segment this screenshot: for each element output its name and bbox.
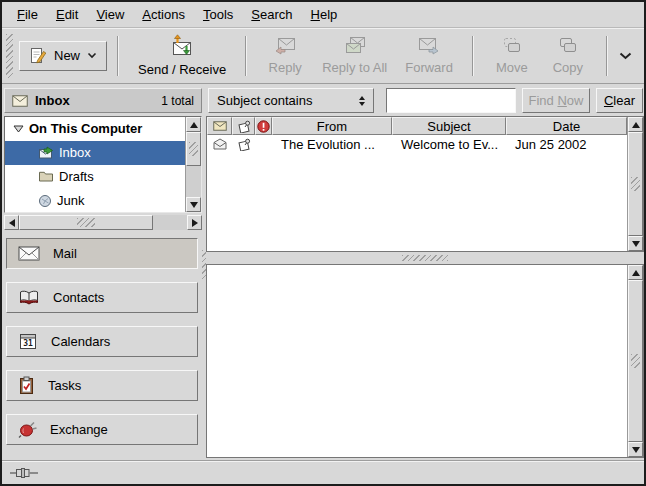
scroll-left-arrow[interactable] — [4, 215, 19, 230]
switcher-calendars-button[interactable]: 31 Calendars — [6, 326, 198, 357]
folder-tree-scrollbar[interactable] — [185, 117, 201, 212]
copy-icon — [556, 36, 580, 56]
online-plug-icon[interactable] — [10, 467, 40, 479]
move-label: Move — [496, 60, 528, 75]
switcher-exchange-button[interactable]: Exchange — [6, 414, 198, 445]
column-important[interactable] — [255, 117, 272, 135]
combo-arrows-icon — [359, 96, 365, 106]
switcher-label: Mail — [53, 246, 77, 261]
chevron-down-icon — [619, 52, 632, 60]
junk-icon — [38, 194, 52, 207]
column-message-status[interactable] — [207, 117, 232, 135]
message-list: From Subject Date The Evolution ... Wel — [206, 116, 644, 252]
send-receive-label: Send / Receive — [138, 62, 226, 77]
folder-tree-hscrollbar[interactable] — [4, 215, 202, 230]
scroll-thumb[interactable] — [628, 280, 643, 442]
forward-label: Forward — [405, 60, 453, 75]
switcher-mail-button[interactable]: Mail — [6, 238, 198, 269]
move-button[interactable]: Move — [484, 30, 540, 82]
contacts-icon — [18, 289, 40, 306]
column-date[interactable]: Date — [506, 117, 627, 135]
clear-button[interactable]: Clear — [596, 88, 643, 113]
reply-all-icon — [342, 36, 368, 56]
toolbar: New Send / Receive Reply — [2, 28, 644, 84]
compose-icon — [29, 47, 47, 65]
expander-triangle-icon[interactable] — [13, 125, 24, 133]
toolbar-separator — [472, 36, 474, 76]
new-button-label: New — [54, 48, 80, 63]
scroll-thumb[interactable] — [186, 132, 201, 166]
scroll-right-arrow[interactable] — [187, 215, 202, 230]
scroll-up-arrow[interactable] — [186, 117, 201, 132]
toolbar-separator — [245, 36, 247, 76]
tree-node-inbox[interactable]: Inbox — [5, 141, 185, 165]
reply-label: Reply — [269, 60, 302, 75]
envelope-icon — [12, 95, 28, 107]
preview-scrollbar[interactable] — [627, 265, 643, 457]
reply-button[interactable]: Reply — [257, 30, 313, 82]
menu-search[interactable]: Search — [242, 3, 301, 26]
tree-node-on-this-computer[interactable]: On This Computer — [5, 117, 185, 141]
tree-node-label: Drafts — [59, 169, 94, 184]
folder-icon — [38, 170, 54, 182]
scroll-thumb[interactable] — [628, 132, 643, 236]
find-now-button[interactable]: Find Now — [522, 88, 590, 113]
switcher-contacts-button[interactable]: Contacts — [6, 282, 198, 313]
scroll-down-arrow[interactable] — [628, 236, 643, 251]
scroll-down-arrow[interactable] — [186, 197, 201, 212]
column-flagged[interactable] — [232, 117, 255, 135]
splitter-grip[interactable] — [402, 255, 448, 261]
menu-edit[interactable]: Edit — [47, 3, 87, 26]
tree-node-label: Inbox — [59, 145, 91, 160]
toolbar-grip[interactable] — [6, 34, 13, 78]
column-from[interactable]: From — [272, 117, 392, 135]
copy-button[interactable]: Copy — [540, 30, 596, 82]
scroll-down-arrow[interactable] — [628, 442, 643, 457]
envelope-icon — [213, 121, 227, 131]
menu-view[interactable]: View — [87, 3, 133, 26]
scroll-track[interactable] — [153, 215, 187, 230]
switcher-tasks-button[interactable]: Tasks — [6, 370, 198, 401]
message-list-scrollbar[interactable] — [627, 117, 643, 251]
scroll-thumb[interactable] — [19, 215, 153, 230]
switcher-label: Exchange — [50, 422, 108, 437]
search-input[interactable] — [386, 88, 516, 113]
new-button[interactable]: New — [19, 41, 107, 71]
menu-tools[interactable]: Tools — [194, 3, 242, 26]
send-receive-icon — [168, 34, 196, 58]
forward-button[interactable]: Forward — [396, 30, 462, 82]
search-criteria-dropdown[interactable]: Subject contains — [208, 88, 374, 113]
column-subject[interactable]: Subject — [392, 117, 506, 135]
scroll-up-arrow[interactable] — [628, 265, 643, 280]
message-subject: Welcome to Ev... — [392, 137, 506, 152]
folder-tree: On This Computer Inbox Drafts Junk — [4, 116, 202, 213]
evolution-window: File Edit View Actions Tools Search Help… — [0, 0, 646, 486]
tree-node-label: Junk — [57, 193, 84, 208]
important-icon — [257, 120, 270, 133]
copy-label: Copy — [553, 60, 583, 75]
horizontal-pane-splitter[interactable] — [206, 252, 644, 264]
folder-title-bar: Inbox 1 total — [4, 88, 202, 113]
send-receive-button[interactable]: Send / Receive — [129, 30, 235, 82]
reply-to-all-button[interactable]: Reply to All — [313, 30, 396, 82]
message-date: Jun 25 2002 — [506, 137, 627, 152]
toolbar-overflow-button[interactable] — [619, 52, 632, 60]
message-from: The Evolution ... — [272, 137, 392, 152]
open-envelope-icon — [213, 138, 227, 150]
scroll-track[interactable] — [186, 166, 201, 197]
scroll-up-arrow[interactable] — [628, 117, 643, 132]
reply-all-label: Reply to All — [322, 60, 387, 75]
message-row[interactable]: The Evolution ... Welcome to Ev... Jun 2… — [207, 135, 627, 153]
menu-actions[interactable]: Actions — [133, 3, 194, 26]
exchange-icon — [18, 421, 37, 438]
tree-node-junk[interactable]: Junk — [5, 188, 185, 212]
chevron-down-icon — [87, 52, 97, 59]
tree-node-drafts[interactable]: Drafts — [5, 165, 185, 189]
menu-help[interactable]: Help — [302, 3, 347, 26]
switcher-label: Contacts — [53, 290, 104, 305]
menu-file[interactable]: File — [8, 3, 47, 26]
preview-content — [207, 265, 627, 457]
menu-bar: File Edit View Actions Tools Search Help — [2, 2, 644, 28]
message-list-header: From Subject Date — [207, 117, 627, 135]
mail-icon — [18, 246, 40, 261]
